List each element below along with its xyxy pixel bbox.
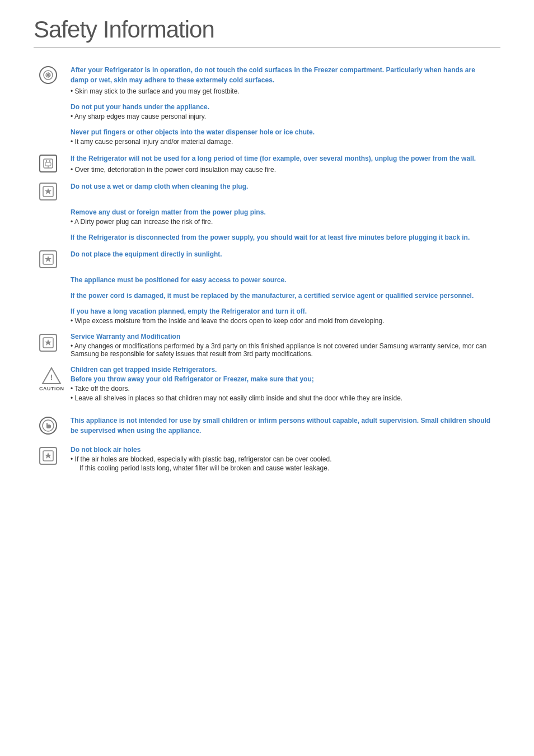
spacer bbox=[39, 410, 495, 416]
section-hands-under: Do not put your hands under the applianc… bbox=[71, 103, 495, 120]
unplug-text-col: If the Refrigerator will not be used for… bbox=[67, 153, 495, 174]
warranty-bullet: Any changes or modifications performed b… bbox=[71, 342, 495, 358]
supervision-icon bbox=[39, 417, 57, 435]
warranty-text-col: Service Warranty and Modification Any ch… bbox=[67, 333, 495, 358]
section-air-holes: Do not block air holes If the air holes … bbox=[39, 446, 495, 472]
svg-text:!: ! bbox=[50, 373, 53, 382]
plug-svg bbox=[42, 157, 54, 170]
section-caution-children: ! CAUTION Children can get trapped insid… bbox=[39, 366, 495, 402]
warranty-title: Service Warranty and Modification bbox=[71, 333, 495, 340]
page-title: Safety Information bbox=[34, 17, 500, 43]
section-sunlight: Do not place the equipment directly in s… bbox=[39, 249, 495, 268]
air-holes-text-col: Do not block air holes If the air holes … bbox=[67, 446, 495, 472]
section-supervision: This appliance is not intended for use b… bbox=[39, 416, 495, 438]
caution-title2: Before you throw away your old Refrigera… bbox=[71, 375, 495, 383]
cold-surface-text: After your Refrigerator is in operation,… bbox=[71, 65, 495, 85]
caution-text-col: Children can get trapped inside Refriger… bbox=[67, 366, 495, 402]
icon-col bbox=[39, 65, 67, 84]
unplug-bullet: Over time, deterioration in the power co… bbox=[71, 166, 495, 174]
content-area: After your Refrigerator is in operation,… bbox=[34, 65, 500, 472]
star-svg-3 bbox=[42, 337, 54, 349]
svg-marker-13 bbox=[45, 256, 51, 262]
air-holes-bullet1: If the air holes are blocked, especially… bbox=[71, 455, 495, 463]
hand-circle-svg bbox=[41, 419, 55, 432]
caution-label-text: CAUTION bbox=[39, 386, 64, 391]
caution-bullet1: Take off the doors. bbox=[71, 385, 495, 393]
warranty-icon-col bbox=[39, 333, 67, 352]
section-power-cord: If the power cord is damaged, it must be… bbox=[71, 292, 495, 300]
star-svg-2 bbox=[42, 253, 54, 265]
sunlight-icon-col bbox=[39, 249, 67, 268]
supervision-bold: This appliance is not intended for use b… bbox=[71, 417, 490, 435]
caution-title1: Children can get trapped inside Refriger… bbox=[71, 366, 495, 374]
section-power-access: The appliance must be positioned for eas… bbox=[71, 276, 495, 284]
supervision-text-col: This appliance is not intended for use b… bbox=[67, 416, 495, 438]
svg-marker-11 bbox=[45, 188, 51, 194]
svg-rect-8 bbox=[45, 162, 51, 166]
supervision-text: This appliance is not intended for use b… bbox=[71, 416, 495, 436]
unplug-icon bbox=[39, 155, 57, 172]
unplug-text: If the Refrigerator will not be used for… bbox=[71, 153, 495, 164]
air-holes-icon-col bbox=[39, 446, 67, 465]
dust-plug-bullet: A Dirty power plug can increase the risk… bbox=[71, 218, 495, 226]
section-fingers: Never put fingers or other objects into … bbox=[71, 128, 495, 146]
hands-under-title: Do not put your hands under the applianc… bbox=[71, 103, 495, 111]
caution-icon: ! CAUTION bbox=[39, 367, 64, 391]
hand-cold-svg bbox=[42, 69, 54, 81]
wet-cloth-icon bbox=[39, 183, 57, 200]
supervision-icon-col bbox=[39, 416, 67, 435]
unplug-bold: If the Refrigerator will not be used for… bbox=[71, 155, 476, 162]
cold-surface-icon bbox=[39, 66, 57, 84]
wet-cloth-bold: Do not use a wet or damp cloth when clea… bbox=[71, 183, 248, 190]
sunlight-text-col: Do not place the equipment directly in s… bbox=[67, 249, 495, 262]
star-svg-4 bbox=[42, 450, 54, 462]
section-dust-plug: Remove any dust or foreign matter from t… bbox=[71, 208, 495, 226]
power-cord-title: If the power cord is damaged, it must be… bbox=[71, 292, 495, 300]
fingers-bullet: It amy cause personal injury and/or mate… bbox=[71, 138, 495, 146]
section-unplug: If the Refrigerator will not be used for… bbox=[39, 153, 495, 174]
section-wet-cloth: Do not use a wet or damp cloth when clea… bbox=[39, 181, 495, 200]
cold-surface-bullet: Skin may stick to the surface and you ma… bbox=[71, 87, 495, 95]
sunlight-icon bbox=[39, 250, 57, 268]
caution-bullet2: Leave all shelves in places so that chil… bbox=[71, 394, 495, 402]
unplug-icon-col bbox=[39, 153, 67, 172]
section-service-warranty: Service Warranty and Modification Any ch… bbox=[39, 333, 495, 358]
wet-cloth-text-col: Do not use a wet or damp cloth when clea… bbox=[67, 181, 495, 194]
disconnect-title: If the Refrigerator is disconnected from… bbox=[71, 234, 495, 241]
power-access-title: The appliance must be positioned for eas… bbox=[71, 276, 495, 284]
wet-cloth-text: Do not use a wet or damp cloth when clea… bbox=[71, 181, 495, 192]
air-holes-title: Do not block air holes bbox=[71, 446, 495, 454]
text-col: After your Refrigerator is in operation,… bbox=[67, 65, 495, 95]
section-cold-surfaces: After your Refrigerator is in operation,… bbox=[39, 65, 495, 95]
cold-surface-bold: After your Refrigerator is in operation,… bbox=[71, 66, 475, 84]
vacation-title: If you have a long vacation planned, emp… bbox=[71, 307, 495, 315]
caution-icon-col: ! CAUTION bbox=[39, 366, 67, 391]
warranty-icon bbox=[39, 334, 57, 352]
vacation-bullet: Wipe excess moisture from the inside and… bbox=[71, 317, 495, 325]
hands-under-bullet: Any sharp edges may cause personal injur… bbox=[71, 113, 495, 120]
page-header: Safety Information bbox=[34, 17, 500, 48]
air-holes-sub-bullet: If this cooling period lasts long, whate… bbox=[71, 464, 495, 472]
svg-marker-20 bbox=[45, 452, 51, 459]
section-vacation: If you have a long vacation planned, emp… bbox=[71, 307, 495, 325]
star-svg bbox=[42, 185, 54, 198]
dust-plug-title: Remove any dust or foreign matter from t… bbox=[71, 208, 495, 216]
page-container: Safety Information After your Refrige bbox=[0, 0, 534, 514]
air-holes-icon bbox=[39, 447, 57, 465]
svg-marker-15 bbox=[45, 339, 51, 346]
fingers-title: Never put fingers or other objects into … bbox=[71, 128, 495, 136]
wet-cloth-icon-col bbox=[39, 181, 67, 200]
sunlight-bold: Do not place the equipment directly in s… bbox=[71, 250, 222, 258]
sunlight-text: Do not place the equipment directly in s… bbox=[71, 249, 495, 259]
caution-triangle-svg: ! bbox=[41, 367, 62, 385]
section-disconnect: If the Refrigerator is disconnected from… bbox=[71, 234, 495, 241]
